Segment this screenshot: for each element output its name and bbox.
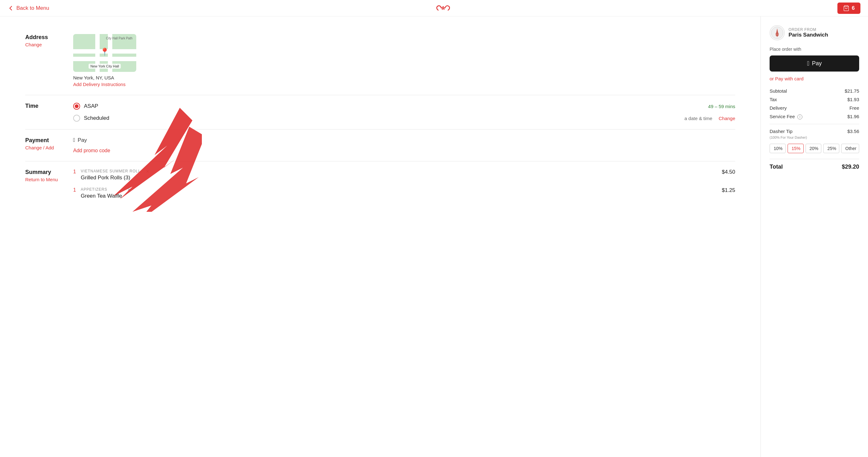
tip-btn-20[interactable]: 20%: [806, 144, 822, 153]
time-body: ASAP 49 – 59 mins Scheduled a date & tim…: [73, 103, 735, 122]
total-value: $29.20: [842, 164, 859, 170]
restaurant-logo: [770, 25, 785, 40]
item1-remove-button[interactable]: ✕: [146, 169, 150, 174]
summary-body: 1 VIETNAMESE SUMMER ROLL Grilled Pork Ro…: [73, 169, 735, 205]
dasher-tip-sublabel: (100% For Your Dasher): [770, 135, 807, 139]
apple-logo-btn-icon: : [807, 60, 809, 67]
address-change-link[interactable]: Change: [25, 42, 63, 47]
item1-qty: 1: [73, 169, 78, 174]
place-order-label: Place order with: [770, 47, 859, 52]
tip-options: 10% 15% 20% 25% Other: [770, 144, 859, 153]
time-section: Time ASAP 49 – 59 mins: [25, 95, 735, 130]
svg-rect-8: [776, 35, 779, 36]
summary-section: Summary Return to Menu 1 VIETNAMESE SUMM…: [25, 161, 735, 213]
scheduled-label: Scheduled: [84, 115, 109, 121]
subtotal-label: Subtotal: [770, 88, 787, 94]
content-area: Address Change City Hall Park Path: [0, 17, 761, 457]
delivery-label: Delivery: [770, 105, 786, 110]
summary-title: Summary: [25, 169, 63, 175]
address-map: City Hall Park Path 📍 New York City Hall: [73, 34, 136, 72]
asap-label: ASAP: [84, 103, 98, 109]
tip-btn-other[interactable]: Other: [841, 144, 859, 153]
item2-name: Green Tea Waffle: [81, 193, 122, 199]
dasher-tip-label: Dasher Tip: [770, 129, 793, 134]
cart-button[interactable]: 6: [837, 2, 861, 14]
summary-item-1: 1 VIETNAMESE SUMMER ROLL Grilled Pork Ro…: [73, 169, 735, 181]
service-fee-row: Service Fee i $1.96: [770, 114, 859, 120]
payment-change-link[interactable]: Change / Add: [25, 145, 63, 150]
payment-section: Payment Change / Add  Pay Add promo cod…: [25, 130, 735, 161]
dasher-tip-info: Dasher Tip (100% For Your Dasher): [770, 129, 807, 140]
map-city-hall-label: New York City Hall: [89, 64, 121, 69]
restaurant-logo-svg: [771, 27, 783, 39]
tip-btn-10[interactable]: 10%: [770, 144, 786, 153]
payment-method-label: Pay: [78, 137, 87, 143]
or-pay-card-row: or Pay with card: [770, 76, 859, 81]
total-label: Total: [770, 164, 783, 170]
cart-icon: [843, 5, 849, 11]
order-from-header: ORDER FROM Paris Sandwich: [770, 25, 859, 40]
dasher-tip-value: $3.56: [847, 129, 859, 134]
map-park-path-label: City Hall Park Path: [106, 37, 132, 40]
summary-section-header: Summary Return to Menu: [25, 169, 63, 205]
subtotal-value: $21.75: [845, 88, 859, 94]
doordash-logo-svg: [435, 2, 451, 14]
asap-option[interactable]: ASAP 49 – 59 mins: [73, 103, 735, 110]
cart-count: 6: [852, 5, 855, 11]
apple-pay-btn-label: Pay: [812, 60, 822, 67]
service-fee-info-icon[interactable]: i: [797, 115, 802, 120]
delivery-value: Free: [849, 105, 859, 110]
divider-1: [770, 124, 859, 124]
item2-details: APPETIZERS Green Tea Waffle: [81, 187, 122, 199]
arrow-left-icon: [7, 5, 14, 11]
scheduled-text: a date & time: [684, 116, 712, 121]
time-section-header: Time: [25, 103, 63, 122]
summary-item-2: 1 APPETIZERS Green Tea Waffle ✕ $1.25: [73, 187, 735, 199]
doordash-logo: [435, 2, 451, 14]
asap-radio-fill: [75, 104, 79, 108]
time-change-link[interactable]: Change: [718, 116, 735, 121]
item1-name: Grilled Pork Rolls (3): [81, 174, 141, 181]
restaurant-info: ORDER FROM Paris Sandwich: [788, 27, 828, 38]
divider-2: [770, 159, 859, 159]
address-title: Address: [25, 34, 63, 41]
scheduled-radio[interactable]: [73, 115, 80, 122]
order-from-label: ORDER FROM: [788, 27, 828, 32]
item1-category: VIETNAMESE SUMMER ROLL: [81, 169, 141, 173]
tip-btn-25[interactable]: 25%: [823, 144, 839, 153]
svg-rect-6: [776, 33, 778, 34]
asap-radio[interactable]: [73, 103, 80, 110]
item2-category: APPETIZERS: [81, 187, 122, 192]
tip-btn-15[interactable]: 15%: [787, 144, 804, 153]
address-section: Address Change City Hall Park Path: [25, 27, 735, 95]
payment-section-header: Payment Change / Add: [25, 137, 63, 154]
item2-qty: 1: [73, 187, 78, 193]
scheduled-option[interactable]: Scheduled a date & time Change: [73, 115, 735, 122]
delivery-row: Delivery Free: [770, 105, 859, 110]
add-delivery-instructions-link[interactable]: Add Delivery Instructions: [73, 81, 126, 87]
payment-body:  Pay Add promo code: [73, 137, 735, 154]
back-to-menu-button[interactable]: Back to Menu: [7, 5, 49, 11]
map-visual: City Hall Park Path 📍 New York City Hall: [73, 34, 136, 72]
asap-estimate: 49 – 59 mins: [708, 104, 735, 109]
address-body: City Hall Park Path 📍 New York City Hall…: [73, 34, 735, 87]
tax-label: Tax: [770, 97, 777, 102]
item1-price: $4.50: [722, 169, 735, 175]
service-fee-value: $1.96: [847, 114, 859, 120]
dasher-tip-row: Dasher Tip (100% For Your Dasher) $3.56: [770, 129, 859, 140]
item2-remove-button[interactable]: ✕: [127, 187, 131, 192]
return-to-menu-link[interactable]: Return to Menu: [25, 177, 63, 182]
apple-pay-button[interactable]:  Pay: [770, 56, 859, 71]
header: Back to Menu 6: [0, 0, 868, 17]
payment-method:  Pay: [73, 137, 735, 143]
main-layout: Address Change City Hall Park Path: [0, 17, 868, 457]
service-fee-label-wrap: Service Fee i: [770, 114, 802, 120]
sidebar: ORDER FROM Paris Sandwich Place order wi…: [761, 17, 868, 457]
tax-value: $1.93: [847, 97, 859, 102]
time-title: Time: [25, 103, 63, 109]
address-section-header: Address Change: [25, 34, 63, 87]
add-promo-link[interactable]: Add promo code: [73, 148, 110, 153]
pay-with-card-link[interactable]: Pay with card: [775, 76, 804, 81]
tax-row: Tax $1.93: [770, 97, 859, 102]
time-options: ASAP 49 – 59 mins Scheduled a date & tim…: [73, 103, 735, 122]
